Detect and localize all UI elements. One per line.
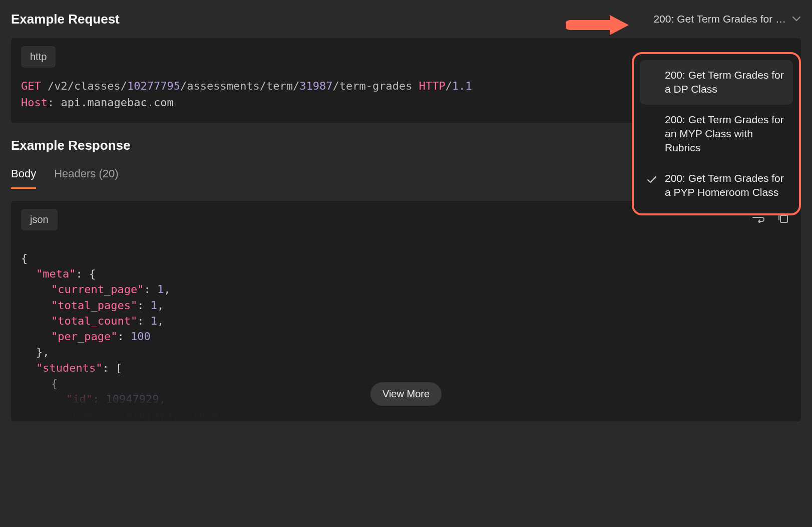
dropdown-option-label: 200: Get Term Grades for a DP Class [665, 69, 784, 95]
tab-body[interactable]: Body [11, 167, 36, 189]
example-selector-panel: 200: Get Term Grades for a DP Class 200:… [632, 52, 801, 215]
dropdown-option-myp-class[interactable]: 200: Get Term Grades for an MYP Class wi… [640, 105, 793, 163]
view-more-button[interactable]: View More [370, 382, 442, 406]
example-selector-label: 200: Get Term Grades for … [653, 13, 786, 25]
request-header-row: Example Request 200: Get Term Grades for… [11, 10, 801, 28]
dropdown-option-label: 200: Get Term Grades for an MYP Class wi… [665, 114, 784, 154]
dropdown-option-dp-class[interactable]: 200: Get Term Grades for a DP Class [640, 60, 793, 105]
example-request-title: Example Request [11, 12, 120, 27]
arrow-annotation-icon [566, 11, 631, 42]
svg-rect-0 [780, 215, 787, 222]
dropdown-option-label: 200: Get Term Grades for a PYP Homeroom … [665, 172, 784, 198]
json-response-block: json { "meta": { "current_page": 1, "tot… [11, 201, 801, 421]
lang-tag-json: json [21, 209, 58, 230]
chevron-down-icon [792, 16, 801, 22]
example-selector-dropdown[interactable]: 200: Get Term Grades for … [653, 10, 801, 28]
check-icon [647, 173, 657, 187]
lang-tag-http: http [21, 46, 56, 68]
tab-headers[interactable]: Headers (20) [54, 167, 118, 189]
dropdown-option-pyp-class[interactable]: 200: Get Term Grades for a PYP Homeroom … [640, 163, 793, 208]
